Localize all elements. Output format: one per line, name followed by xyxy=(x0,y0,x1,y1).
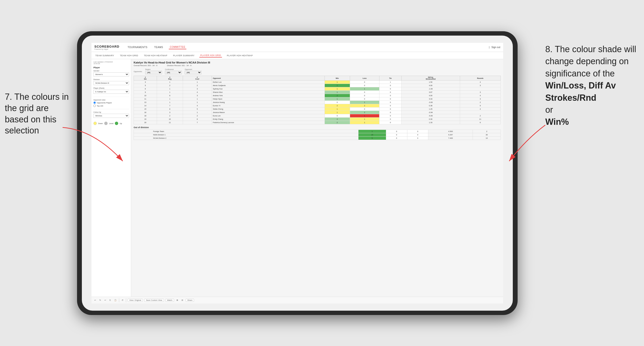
tablet-screen: SCOREBOARD Powered by clippd TOURNAMENTS… xyxy=(92,43,503,304)
opponents-label: Opponents: xyxy=(134,71,142,72)
filter-conference-label: Conference xyxy=(165,69,182,70)
col-rounds: Rounds xyxy=(460,76,500,81)
nav-tournaments[interactable]: TOURNAMENTS xyxy=(127,45,148,49)
annotation-connector: or xyxy=(545,105,553,115)
toolbar-divider1 xyxy=(119,298,119,302)
legend-area: Down Level Up xyxy=(94,122,129,125)
copy-button[interactable]: ⎘ xyxy=(108,299,112,302)
annotation-bold1: Win/Loss, xyxy=(545,81,586,90)
nav-committee[interactable]: COMMITTEE xyxy=(169,45,186,49)
sub-nav-player-h2h-heatmap[interactable]: PLAYER H2H HEATMAP xyxy=(226,54,254,57)
grid-record: Overall Record: 353 - 34 - 6 Division Re… xyxy=(134,64,501,67)
out-of-division-header: Out of division xyxy=(134,126,501,129)
main-content: Last Updated: 27/03/2024 16:55:38 Player… xyxy=(92,59,503,304)
sidebar-division-select[interactable]: NCAA Division III xyxy=(94,81,129,85)
sub-nav-team-h2h-grid[interactable]: TEAM H2H GRID xyxy=(119,54,139,57)
legend-dot-level xyxy=(104,122,108,125)
sidebar-division-label: Division xyxy=(94,78,129,81)
grid-area: Katelyn Vo Head-to-Head Grid for Women's… xyxy=(131,59,503,304)
legend-dot-up xyxy=(115,122,118,125)
toolbar-icon2[interactable]: ⊟ xyxy=(180,299,184,302)
sub-nav-team-h2h-heatmap[interactable]: TEAM H2H HEATMAP xyxy=(143,54,168,57)
toolbar-divider2 xyxy=(126,298,126,302)
view-original-button[interactable]: View: Original xyxy=(128,299,143,302)
filter-conference-group: Conference (All) xyxy=(165,69,182,74)
filter-region-group: Region (All) xyxy=(145,69,162,74)
top100-radio[interactable] xyxy=(94,105,96,107)
division-record: Division Record: 331 - 34 - 6 xyxy=(167,64,192,67)
col-tie: Tie xyxy=(380,76,402,81)
table-row: 6 1 3 Sydney Kuo 1 1 0 -1.00 xyxy=(134,87,501,91)
nav-teams[interactable]: TEAMS xyxy=(153,45,164,49)
share-button[interactable]: Share xyxy=(186,299,194,302)
col-win: Win xyxy=(324,76,350,81)
sidebar-radio-top100: Top 100 xyxy=(94,105,129,107)
toolbar-icon1[interactable]: ⊞ xyxy=(176,299,179,302)
sign-out-link[interactable]: Sign out xyxy=(491,46,500,49)
logo-area: SCOREBOARD Powered by clippd xyxy=(94,45,120,50)
sidebar-opponent-view-label: Opponent view xyxy=(94,99,129,101)
nav-right: | Sign out xyxy=(489,46,500,49)
sidebar-colour-by-label: Colour by xyxy=(94,111,129,113)
table-row: 18 2 2 Euna Lee 0 1 0 -5.00 2 xyxy=(134,114,501,118)
sidebar-player-rank-select[interactable]: 8. Katelyn Vo xyxy=(94,90,129,94)
tablet-device: SCOREBOARD Powered by clippd TOURNAMENTS… xyxy=(77,31,518,315)
table-row: NAIA Division 1 15 0 0 9.267 30 xyxy=(134,133,501,137)
bottom-toolbar: ↩ ↻ ↩ ⎘ 📋 ⏱ View: Original Save Custom V… xyxy=(92,297,503,304)
main-data-table: #Div #Reg #Conf Opponent Win Loss Tie Di… xyxy=(134,76,501,124)
sub-nav-team-summary[interactable]: TEAM SUMMARY xyxy=(94,54,115,57)
out-of-division-table: Foreign Team 1 0 0 4.500 2 NAIA Division… xyxy=(134,130,501,140)
clock-button[interactable]: ⏱ xyxy=(120,299,124,302)
sub-navigation: TEAM SUMMARY TEAM H2H GRID TEAM H2H HEAT… xyxy=(92,52,503,59)
table-row: 19 10 6 Emily Chang 4 1 0 0.30 11 xyxy=(134,118,501,121)
sidebar-opponent-view-group: Opponents Played Top 100 xyxy=(94,101,129,107)
table-row: NCAA Division 2 5 0 0 7.400 10 xyxy=(134,137,501,140)
col-reg: #Reg xyxy=(157,76,183,81)
col-opponent: Opponent xyxy=(212,76,324,81)
filter-row: Opponents: Region (All) Conference (All) xyxy=(134,69,501,74)
col-div: #Div xyxy=(134,76,157,81)
sidebar-player-section: Player xyxy=(94,66,129,69)
sidebar-colour-by-select[interactable]: Win/loss xyxy=(94,114,129,118)
filter-opponent-label: Opponent xyxy=(185,69,202,70)
filter-conference-select[interactable]: (All) xyxy=(165,71,182,74)
filter-region-select[interactable]: (All) xyxy=(145,71,162,74)
separator: | xyxy=(489,46,490,49)
sub-nav-player-h2h-grid[interactable]: PLAYER H2H GRID xyxy=(199,54,222,57)
col-loss: Loss xyxy=(350,76,379,81)
overall-record: Overall Record: 353 - 34 - 6 xyxy=(134,64,158,67)
sub-nav-player-summary[interactable]: PLAYER SUMMARY xyxy=(172,54,196,57)
sidebar-gender-select[interactable]: Women's xyxy=(94,72,129,76)
watch-button[interactable]: Watch xyxy=(166,299,174,302)
filter-opponent-group: Opponent (All) xyxy=(185,69,202,74)
paste-button[interactable]: 📋 xyxy=(113,299,118,302)
save-custom-button[interactable]: Save Custom View xyxy=(144,299,164,302)
col-diff: Diff AvStrokes/Rnd xyxy=(401,76,460,81)
annotation-right: 8. The colour shade will change dependin… xyxy=(545,43,642,128)
redo-button[interactable]: ↻ xyxy=(98,299,102,302)
annotation-bold3: Win% xyxy=(545,117,569,127)
table-row: 13 1 1 Jessica Huang 0 1 0 -3.00 2 xyxy=(134,101,501,104)
col-conf: #Conf xyxy=(183,76,212,81)
table-row: 16 3 1 Jessica Mason 1 2 0 -0.94 xyxy=(134,111,501,114)
sidebar-gender-label: Gender xyxy=(94,70,129,72)
table-row: Foreign Team 1 0 0 4.500 2 xyxy=(134,130,501,133)
table-row: 14 7 4 Eunice Yi 2 2 0 0.38 9 xyxy=(134,104,501,108)
opponents-played-radio[interactable] xyxy=(94,101,96,104)
filter-opponent-select[interactable]: (All) xyxy=(185,71,202,74)
back-button[interactable]: ↩ xyxy=(104,299,107,302)
sidebar-player-rank-label: Player (Rank) xyxy=(94,87,129,89)
annotation-left: 7. The colours in the grid are based on … xyxy=(5,91,72,136)
legend-label-level: Level xyxy=(109,122,114,125)
opponents-played-label: Opponents Played xyxy=(97,102,112,104)
table-row: 20 11 7 Federica Domecq Lacroze 2 1 0 1.… xyxy=(134,121,501,124)
logo-sub: Powered by clippd xyxy=(94,48,120,50)
table-row: 3 1 1 Esther Lee 1 0 1 1.50 4 xyxy=(134,81,501,84)
legend-label-down: Down xyxy=(98,122,103,125)
sidebar-timestamp: Last Updated: 27/03/2024 16:55:38 xyxy=(94,61,129,64)
table-row: 15 8 5 Stella Cheng 1 0 0 1.25 4 xyxy=(134,108,501,111)
top-navigation: SCOREBOARD Powered by clippd TOURNAMENTS… xyxy=(92,43,503,52)
undo-button[interactable]: ↩ xyxy=(94,299,97,302)
table-row: 5 2 2 Alexis Sudjianto 1 0 0 4.00 3 xyxy=(134,84,501,87)
tablet-inner: SCOREBOARD Powered by clippd TOURNAMENTS… xyxy=(82,36,513,311)
